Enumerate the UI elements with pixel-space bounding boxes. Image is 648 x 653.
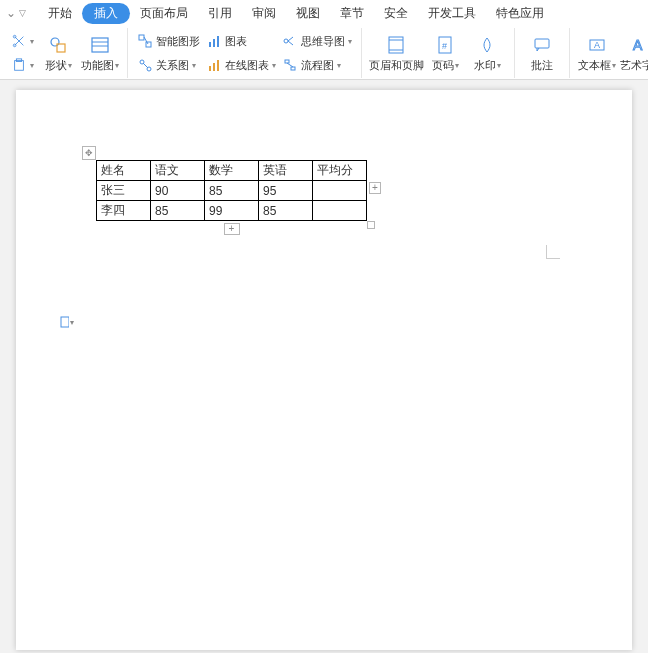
relation-button[interactable]: 关系图▾ — [134, 54, 203, 76]
svg-line-22 — [288, 37, 293, 41]
svg-rect-20 — [217, 60, 219, 71]
cell-shuxue[interactable]: 85 — [205, 181, 259, 201]
cell-yuwen[interactable]: 90 — [151, 181, 205, 201]
tab-security[interactable]: 安全 — [374, 2, 418, 25]
relation-label: 关系图 — [156, 58, 189, 73]
gallery-label: 功能图 — [81, 58, 114, 73]
tab-reference[interactable]: 引用 — [198, 2, 242, 25]
svg-line-14 — [143, 63, 148, 68]
svg-rect-39 — [61, 317, 69, 327]
tab-insert[interactable]: 插入 — [82, 3, 130, 24]
tab-page-layout[interactable]: 页面布局 — [130, 2, 198, 25]
textbox-button[interactable]: A 文本框▾ — [576, 28, 618, 78]
svg-rect-2 — [15, 61, 24, 71]
wordart-label: 艺术字 — [620, 58, 648, 73]
comment-icon — [531, 34, 553, 56]
mindmap-icon — [282, 33, 298, 49]
qat-drop-2[interactable]: ▽ — [19, 8, 26, 18]
tab-start[interactable]: 开始 — [38, 2, 82, 25]
svg-rect-32 — [535, 39, 549, 48]
svg-text:#: # — [442, 41, 447, 51]
th-yuwen[interactable]: 语文 — [151, 161, 205, 181]
cell-yuwen[interactable]: 85 — [151, 201, 205, 221]
flowchart-button[interactable]: 流程图▾ — [279, 54, 355, 76]
chart-icon — [206, 33, 222, 49]
table-row[interactable]: 张三 90 85 95 — [97, 181, 367, 201]
svg-rect-6 — [92, 38, 108, 52]
svg-rect-9 — [139, 35, 144, 40]
paste-icon — [11, 57, 27, 73]
page-icon — [60, 316, 69, 328]
comment-label: 批注 — [531, 58, 553, 73]
shapes-icon — [47, 34, 69, 56]
svg-rect-25 — [291, 67, 295, 70]
header-footer-icon — [385, 34, 407, 56]
watermark-button[interactable]: 水印▾ — [466, 28, 508, 78]
table-resize-handle[interactable] — [367, 221, 375, 229]
header-footer-button[interactable]: 页眉和页脚 — [368, 28, 424, 78]
svg-rect-16 — [213, 39, 215, 47]
cell-name[interactable]: 张三 — [97, 181, 151, 201]
svg-point-4 — [51, 38, 59, 46]
comment-button[interactable]: 批注 — [521, 28, 563, 78]
chevron-down-icon: ▾ — [70, 318, 74, 327]
tab-view[interactable]: 视图 — [286, 2, 330, 25]
svg-text:A: A — [633, 37, 643, 53]
online-chart-button[interactable]: 在线图表▾ — [203, 54, 279, 76]
online-chart-icon — [206, 57, 222, 73]
cell-shuxue[interactable]: 99 — [205, 201, 259, 221]
quick-access-toolbar: ⌄ ▽ — [6, 6, 26, 20]
document-page[interactable]: ✥ 姓名 语文 数学 英语 平均分 张三 90 85 95 李四 — [16, 90, 632, 650]
document-area: ✥ 姓名 语文 数学 英语 平均分 张三 90 85 95 李四 — [0, 80, 648, 653]
flowchart-icon — [282, 57, 298, 73]
header-footer-label: 页眉和页脚 — [369, 58, 424, 73]
online-chart-label: 在线图表 — [225, 58, 269, 73]
cell-name[interactable]: 李四 — [97, 201, 151, 221]
table-wrapper: ✥ 姓名 语文 数学 英语 平均分 张三 90 85 95 李四 — [96, 160, 367, 221]
table-add-column-button[interactable]: + — [369, 182, 381, 194]
margin-indicator — [546, 245, 560, 259]
th-name[interactable]: 姓名 — [97, 161, 151, 181]
chart-label: 图表 — [225, 34, 247, 49]
svg-rect-27 — [389, 37, 403, 53]
watermark-label: 水印 — [474, 58, 496, 73]
flowchart-label: 流程图 — [301, 58, 334, 73]
paste-button[interactable]: ▾ — [8, 54, 37, 76]
gallery-button[interactable]: 功能图▾ — [79, 28, 121, 78]
shape-label: 形状 — [45, 58, 67, 73]
th-avg[interactable]: 平均分 — [313, 161, 367, 181]
svg-text:A: A — [594, 40, 600, 50]
tab-review[interactable]: 审阅 — [242, 2, 286, 25]
table-row[interactable]: 李四 85 99 85 — [97, 201, 367, 221]
svg-point-21 — [284, 39, 288, 43]
mindmap-button[interactable]: 思维导图▾ — [279, 30, 355, 52]
mindmap-label: 思维导图 — [301, 34, 345, 49]
ribbon: ▾ ▾ 形状▾ 功能图▾ 智能图形 — [0, 26, 648, 80]
cell-yingyu[interactable]: 85 — [259, 201, 313, 221]
th-shuxue[interactable]: 数学 — [205, 161, 259, 181]
smartart-icon — [137, 33, 153, 49]
tab-devtools[interactable]: 开发工具 — [418, 2, 486, 25]
th-yingyu[interactable]: 英语 — [259, 161, 313, 181]
chart-button[interactable]: 图表 — [203, 30, 279, 52]
svg-rect-18 — [209, 66, 211, 71]
gallery-icon — [89, 34, 111, 56]
table-header-row[interactable]: 姓名 语文 数学 英语 平均分 — [97, 161, 367, 181]
shape-button[interactable]: 形状▾ — [37, 28, 79, 78]
page-side-button[interactable]: ▾ — [60, 315, 74, 329]
table-add-row-button[interactable]: + — [224, 223, 240, 235]
cell-yingyu[interactable]: 95 — [259, 181, 313, 201]
page-number-button[interactable]: # 页码▾ — [424, 28, 466, 78]
cell-avg[interactable] — [313, 181, 367, 201]
cut-button[interactable]: ▾ — [8, 30, 37, 52]
wordart-button[interactable]: A 艺术字▾ — [618, 28, 648, 78]
cell-avg[interactable] — [313, 201, 367, 221]
smart-shape-button[interactable]: 智能图形 — [134, 30, 203, 52]
data-table[interactable]: 姓名 语文 数学 英语 平均分 张三 90 85 95 李四 85 99 — [96, 160, 367, 221]
table-move-handle[interactable]: ✥ — [82, 146, 96, 160]
chevron-down-icon: ▾ — [30, 37, 34, 46]
tab-section[interactable]: 章节 — [330, 2, 374, 25]
tab-special[interactable]: 特色应用 — [486, 2, 554, 25]
svg-rect-17 — [217, 36, 219, 47]
qat-dropdown-icon[interactable]: ⌄ — [6, 6, 16, 20]
